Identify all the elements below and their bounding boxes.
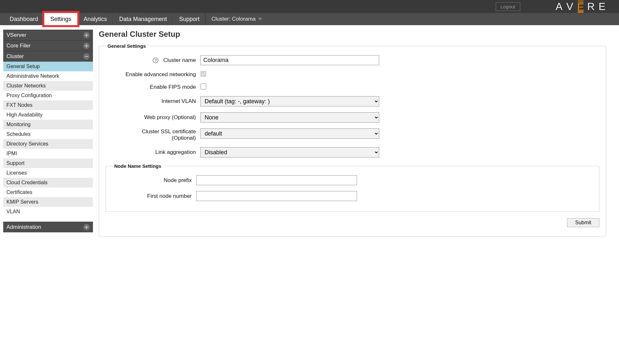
webproxy-select[interactable]: None: [200, 112, 379, 123]
ivlan-label: Internet VLAN: [106, 98, 200, 105]
brand-letter-v: V: [566, 1, 574, 13]
row-cluster-name: ? Cluster name: [106, 55, 599, 65]
row-fips: Enable FIPS mode: [106, 84, 599, 90]
node-name-settings-legend: Node Name Settings: [112, 163, 163, 169]
content-area: VServer Core Filer Cluster General Setup…: [0, 25, 619, 243]
brand-letter-r: R: [587, 1, 595, 13]
sidebar-header-administration[interactable]: Administration: [3, 222, 93, 232]
row-web-proxy: Web proxy (Optional) None: [106, 112, 599, 123]
tab-data-management[interactable]: Data Management: [113, 13, 173, 25]
brand-letter-e-icon: E: [577, 0, 584, 13]
sidebar-item-schedules[interactable]: Schedules: [3, 129, 93, 139]
sslcert-select[interactable]: default: [200, 128, 379, 139]
sidebar-item-proxy-configuration[interactable]: Proxy Configuration: [3, 91, 93, 100]
brand-logo: A V E R E: [556, 0, 606, 13]
tab-dashboard[interactable]: Dashboard: [4, 13, 44, 25]
sidebar: VServer Core Filer Cluster General Setup…: [3, 30, 93, 232]
minus-icon: [83, 53, 90, 60]
webproxy-label: Web proxy (Optional): [106, 114, 200, 121]
linkagg-label: Link aggregation: [106, 149, 200, 156]
ivlan-select[interactable]: Default (tag: -, gateway: ): [200, 96, 379, 106]
sidebar-divider: [3, 217, 93, 222]
help-icon[interactable]: ?: [153, 57, 158, 63]
sidebar-item-ipmi[interactable]: IPMI: [3, 149, 93, 158]
nav-bar: Dashboard Settings Analytics Data Manage…: [0, 13, 619, 25]
node-prefix-label: Node prefix: [112, 177, 196, 184]
node-prefix-input[interactable]: [196, 175, 357, 185]
submit-button[interactable]: Submit: [567, 218, 599, 227]
general-settings-fieldset: General Settings ? Cluster name Enable a…: [99, 43, 606, 237]
sidebar-items-cluster: General Setup Administrative Network Clu…: [3, 62, 93, 217]
brand-letter-a: A: [556, 1, 563, 13]
sidebar-header-vserver[interactable]: VServer: [3, 30, 93, 40]
sidebar-item-fxt-nodes[interactable]: FXT Nodes: [3, 100, 93, 110]
sidebar-section-label: VServer: [6, 32, 26, 38]
sidebar-item-support[interactable]: Support: [3, 158, 93, 168]
plus-icon: [83, 224, 90, 230]
sidebar-item-cloud-credentials[interactable]: Cloud Credentials: [3, 178, 93, 187]
sidebar-header-core-filer[interactable]: Core Filer: [3, 40, 93, 51]
page-title: General Cluster Setup: [99, 30, 606, 39]
sidebar-item-certificates[interactable]: Certificates: [3, 187, 93, 197]
sidebar-section-label: Cluster: [6, 53, 24, 60]
sidebar-item-administrative-network[interactable]: Administrative Network: [3, 71, 93, 81]
sidebar-section-label: Core Filer: [6, 43, 31, 49]
sidebar-item-vlan[interactable]: VLAN: [3, 207, 93, 217]
tab-analytics[interactable]: Analytics: [77, 13, 113, 25]
general-settings-legend: General Settings: [106, 43, 148, 49]
logout-button[interactable]: Logout: [496, 2, 520, 11]
plus-icon: [83, 32, 90, 38]
main-panel: General Cluster Setup General Settings ?…: [99, 30, 619, 243]
top-bar: Logout A V E R E: [0, 0, 619, 13]
sslcert-label: Cluster SSL certificate (Optional): [106, 128, 200, 141]
sidebar-item-licenses[interactable]: Licenses: [3, 168, 93, 178]
sidebar-item-cluster-networks[interactable]: Cluster Networks: [3, 81, 93, 91]
tab-support[interactable]: Support: [173, 13, 206, 25]
first-node-number-label: First node number: [112, 193, 196, 199]
sidebar-header-cluster[interactable]: Cluster: [3, 51, 93, 62]
adv-net-checkbox[interactable]: [200, 71, 206, 77]
row-link-aggregation: Link aggregation Disabled: [106, 147, 599, 157]
chevron-down-icon: [258, 18, 262, 20]
cluster-label: Cluster: Colorama: [211, 16, 256, 22]
adv-net-label: Enable advanced networking: [106, 71, 200, 78]
first-node-number-input[interactable]: [196, 191, 357, 201]
submit-row: Submit: [106, 218, 599, 227]
fips-checkbox[interactable]: [200, 84, 206, 89]
sidebar-item-general-setup[interactable]: General Setup: [3, 62, 93, 71]
sidebar-section-label: Administration: [6, 224, 41, 230]
sidebar-item-monitoring[interactable]: Monitoring: [3, 120, 93, 129]
plus-icon: [83, 43, 90, 49]
linkagg-select[interactable]: Disabled: [200, 147, 379, 157]
row-ssl-cert: Cluster SSL certificate (Optional) defau…: [106, 128, 599, 141]
cluster-name-input[interactable]: [200, 55, 379, 65]
row-internet-vlan: Internet VLAN Default (tag: -, gateway: …: [106, 96, 599, 106]
tab-settings[interactable]: Settings: [44, 13, 77, 25]
brand-letter-e: E: [599, 1, 606, 13]
node-name-settings-fieldset: Node Name Settings Node prefix First nod…: [106, 163, 599, 212]
row-first-node-number: First node number: [112, 191, 593, 201]
cluster-name-label: ? Cluster name: [106, 57, 200, 64]
sidebar-item-directory-services[interactable]: Directory Services: [3, 139, 93, 149]
cluster-dropdown[interactable]: Cluster: Colorama: [211, 13, 262, 25]
row-advanced-networking: Enable advanced networking: [106, 71, 599, 78]
sidebar-item-kmip-servers[interactable]: KMIP Servers: [3, 197, 93, 207]
sidebar-item-high-availability[interactable]: High Availability: [3, 110, 93, 120]
fips-label: Enable FIPS mode: [106, 84, 200, 90]
row-node-prefix: Node prefix: [112, 175, 593, 185]
